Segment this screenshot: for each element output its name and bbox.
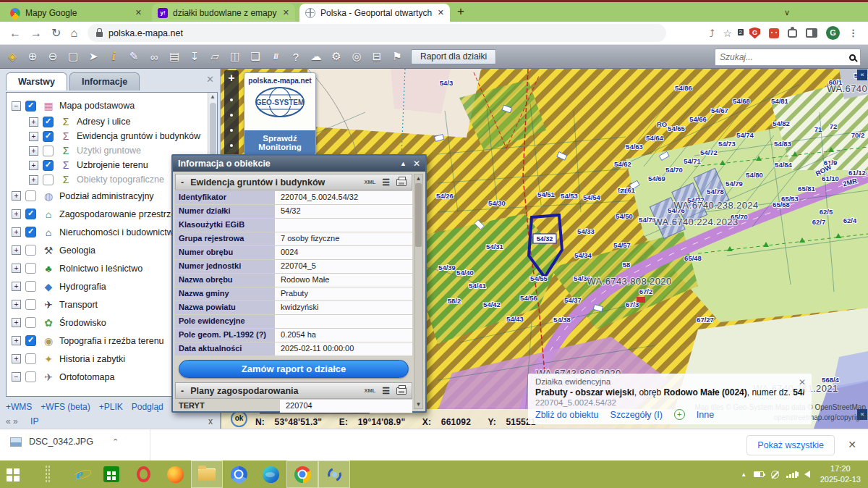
report-parcel-button[interactable]: Raport dla działki xyxy=(411,49,496,64)
bookmark-star-icon[interactable]: ☆ xyxy=(723,28,732,39)
expander-icon[interactable]: + xyxy=(29,117,38,127)
start-button[interactable] xyxy=(0,460,32,488)
footer-link-wfsbeta[interactable]: +WFS (beta) xyxy=(41,402,90,412)
expander-icon[interactable]: + xyxy=(12,336,21,345)
layer-checkbox[interactable] xyxy=(43,117,54,127)
add-marker-icon[interactable]: ↧ xyxy=(188,50,201,63)
search-object-icon[interactable]: ◎ xyxy=(350,50,363,63)
layer-checkbox[interactable] xyxy=(25,263,36,274)
comment-icon[interactable]: ❏ xyxy=(249,50,262,63)
collapse-left-icon[interactable]: « xyxy=(6,416,11,426)
link-icon[interactable]: ∞ xyxy=(148,51,161,63)
footer-close[interactable]: x xyxy=(208,416,213,426)
show-all-downloads-button[interactable]: Pokaż wszystkie xyxy=(746,435,835,455)
layer-checkbox[interactable] xyxy=(43,160,54,171)
layer-checkbox[interactable] xyxy=(25,299,36,310)
cloud-services-icon[interactable]: ☁ xyxy=(310,50,323,63)
taskbar-edge[interactable] xyxy=(255,460,286,488)
list-icon2[interactable]: ☰ xyxy=(382,386,390,396)
download-chevron-icon[interactable]: ⌃ xyxy=(112,437,119,447)
layer-checkbox[interactable] xyxy=(25,227,36,237)
collapse-right-icon[interactable]: » xyxy=(13,416,18,426)
tab-close-icon[interactable]: ✕ xyxy=(283,8,289,17)
panel-toggle-top[interactable]: « xyxy=(857,70,867,80)
layer-checkbox[interactable] xyxy=(25,317,36,328)
taskbar-internet-explorer[interactable]: e xyxy=(64,460,95,488)
browser-menu-icon[interactable]: ⋮ xyxy=(848,28,858,38)
layer-checkbox[interactable] xyxy=(25,190,36,201)
layer-checkbox[interactable] xyxy=(25,245,36,256)
list-icon[interactable]: ☰ xyxy=(382,177,390,188)
xml-icon[interactable]: XML xyxy=(364,179,375,185)
taskbar-chrome[interactable] xyxy=(286,460,318,488)
layer-checkbox[interactable] xyxy=(25,101,36,112)
slope-icon[interactable]: /// xyxy=(269,53,282,61)
search-box[interactable] xyxy=(715,49,861,66)
print-icon[interactable] xyxy=(396,179,407,186)
browser-tab-1[interactable]: y!działki budowlane z emapy - Yah✕ xyxy=(152,4,295,22)
taskbar-opera[interactable] xyxy=(127,460,159,488)
split-view-icon[interactable]: ◫ xyxy=(229,50,242,63)
tab-warstwy[interactable]: Warstwy xyxy=(6,72,67,91)
back-icon[interactable]: ← xyxy=(9,27,21,40)
section-egib[interactable]: - Ewidencja gruntów i budynków XML ☰ xyxy=(175,174,412,190)
order-report-button[interactable]: Zamów raport o działce xyxy=(179,360,409,378)
layer-checkbox[interactable] xyxy=(25,353,36,364)
layer-checkbox[interactable] xyxy=(25,209,36,219)
footer-link-podgld[interactable]: Podgląd xyxy=(132,402,163,412)
add-more-icon[interactable]: + xyxy=(674,409,685,420)
expander-icon[interactable]: + xyxy=(12,227,21,237)
taskbar-file-explorer[interactable] xyxy=(191,460,223,488)
expander-icon[interactable]: + xyxy=(29,161,38,170)
lock-icon[interactable] xyxy=(96,32,103,37)
layer-row-adresy-i-ulice[interactable]: +ΣAdresy i ulice xyxy=(7,114,217,129)
taskbar-firefox[interactable] xyxy=(159,460,191,488)
ok-button[interactable]: ok xyxy=(231,411,247,427)
section-plans[interactable]: - Plany zagospodarowania XML ☰ xyxy=(175,382,412,399)
layer-checkbox[interactable] xyxy=(25,281,36,292)
select-area-icon[interactable]: ▢ xyxy=(67,50,80,63)
footer-link-plik[interactable]: +PLIK xyxy=(99,402,123,412)
expander-icon[interactable]: + xyxy=(12,318,21,327)
download-item[interactable]: DSC_0342.JPG ⌃ xyxy=(10,437,119,447)
expander-icon[interactable]: + xyxy=(12,191,21,201)
url-field[interactable]: polska.e-mapa.net xyxy=(88,24,666,42)
battery-icon[interactable] xyxy=(754,471,764,477)
expander-icon[interactable]: + xyxy=(29,132,38,141)
search-input[interactable] xyxy=(720,52,846,62)
info-link-2[interactable]: Inne xyxy=(697,410,714,420)
profile-avatar[interactable]: G xyxy=(826,26,840,40)
home-icon[interactable]: ⌂ xyxy=(70,27,77,40)
layer-checkbox[interactable] xyxy=(25,371,36,382)
extensions-puzzle-icon[interactable] xyxy=(788,29,797,38)
popup-scrollbar[interactable]: ▲ ▼ xyxy=(414,174,423,409)
sidebar-close-icon[interactable]: ✕ xyxy=(206,74,214,85)
popup-scroll-up-icon[interactable]: ▲ xyxy=(414,175,422,182)
info-link-1[interactable]: Szczegóły (I) xyxy=(610,410,663,420)
pointer-icon[interactable]: ➤ xyxy=(87,50,100,63)
geosystem-logo-panel[interactable]: polska.e-mapa.net GEO-SYSTEM Sprawdź Mon… xyxy=(244,72,316,156)
report-issue-icon[interactable]: ⚑ xyxy=(391,50,404,63)
taskbar-clock[interactable]: 17:20 2025-02-13 xyxy=(820,463,861,485)
layer-checkbox[interactable] xyxy=(25,335,36,346)
cart-icon[interactable]: ⊟ xyxy=(370,50,383,63)
reload-icon[interactable]: ↻ xyxy=(51,26,61,40)
expander-icon[interactable]: + xyxy=(12,300,21,309)
zoom-in-icon[interactable]: ⊕ xyxy=(26,50,39,63)
ip-link[interactable]: IP xyxy=(30,416,38,426)
help-icon[interactable]: ? xyxy=(289,51,302,63)
expander-icon[interactable]: − xyxy=(12,101,21,111)
monitoring-button[interactable]: Sprawdź Monitoring xyxy=(244,130,315,155)
popup-scroll-down-icon[interactable]: ▼ xyxy=(414,401,422,408)
bear-extension-icon[interactable] xyxy=(769,28,779,38)
expander-icon[interactable]: + xyxy=(12,209,21,219)
taskbar-chromium[interactable] xyxy=(223,460,255,488)
side-panel-icon[interactable] xyxy=(806,28,817,38)
xml-icon2[interactable]: XML xyxy=(364,387,375,394)
expander-icon[interactable]: + xyxy=(12,245,21,255)
zoom-in-plus-icon[interactable]: + xyxy=(224,70,239,86)
layer-checkbox[interactable] xyxy=(43,131,54,142)
print-icon2[interactable] xyxy=(396,387,407,395)
taskbar-notes[interactable] xyxy=(32,460,64,488)
new-tab-button[interactable]: + xyxy=(457,4,464,19)
